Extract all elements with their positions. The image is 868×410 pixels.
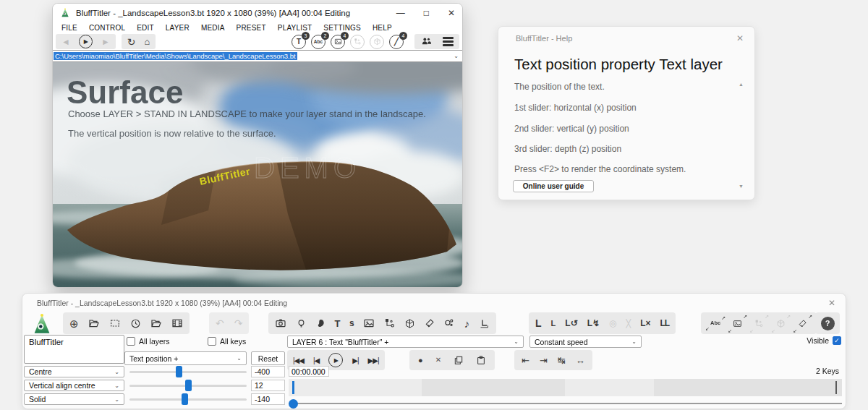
- audio-layer-icon[interactable]: ♪: [464, 318, 470, 329]
- scroll-down-icon[interactable]: ▼: [737, 184, 745, 189]
- menu-preset[interactable]: PRESET: [231, 24, 272, 32]
- timeline-knob[interactable]: [289, 399, 298, 409]
- visible-checkbox[interactable]: ✓: [833, 336, 841, 345]
- visible-row[interactable]: Visible ✓: [807, 336, 841, 345]
- all-layers-row[interactable]: All layers: [127, 337, 170, 346]
- key-center-icon[interactable]: ↔: [576, 356, 585, 365]
- child-layer-icon[interactable]: L: [551, 320, 556, 328]
- panel-close-icon[interactable]: ✕: [828, 298, 835, 308]
- timeline-slider[interactable]: [289, 398, 842, 409]
- back-icon[interactable]: ◄: [61, 38, 70, 46]
- refresh-icon[interactable]: ↻: [127, 37, 136, 47]
- all-layers-checkbox[interactable]: [127, 337, 135, 346]
- model-layer-icon[interactable]: [404, 318, 415, 329]
- all-keys-row[interactable]: All keys: [208, 337, 246, 346]
- end-key-marker[interactable]: [835, 381, 838, 394]
- record-key-icon[interactable]: ●: [418, 356, 423, 364]
- export-video-icon[interactable]: [171, 317, 183, 329]
- clone-layer-icon[interactable]: LL: [660, 319, 670, 328]
- y-position-value[interactable]: 12: [251, 380, 285, 391]
- z-position-slider[interactable]: [129, 393, 247, 405]
- online-user-guide-button[interactable]: Online user guide: [513, 180, 594, 192]
- paragraph-layers-icon[interactable]: Abc 2: [311, 35, 326, 49]
- slider-handle[interactable]: [185, 380, 192, 391]
- attach-picture-icon[interactable]: ↗↙: [730, 317, 745, 330]
- paste-icon[interactable]: [476, 355, 486, 365]
- layer-rotate-icon[interactable]: L↺: [565, 319, 577, 328]
- address-bar[interactable]: C:\Users\miaomiao\BluffTitler\Media\Show…: [53, 50, 462, 62]
- light-layer-icon[interactable]: [296, 318, 307, 329]
- menu-playlist[interactable]: PLAYLIST: [272, 24, 318, 32]
- maximize-button[interactable]: □: [424, 8, 429, 18]
- x-position-dropdown[interactable]: Centre ⌄: [24, 366, 124, 377]
- property-dropdown[interactable]: Text position + ⌄: [124, 351, 247, 365]
- text-layers-icon[interactable]: T 3: [292, 35, 306, 49]
- render-preview[interactable]: BluffTitler DEMO Surface Choose LAYER > …: [53, 62, 462, 288]
- sketch-layer-icon[interactable]: [425, 318, 435, 328]
- play-button[interactable]: ▶: [79, 35, 93, 48]
- next-key-icon[interactable]: ▶|: [352, 356, 358, 364]
- time-cursor[interactable]: [292, 381, 294, 394]
- sketch-layers-icon[interactable]: ╱ 4: [389, 35, 404, 49]
- menu-edit[interactable]: EDIT: [131, 24, 160, 32]
- hamburger-menu-icon[interactable]: [443, 37, 454, 46]
- slider-handle[interactable]: [182, 393, 188, 405]
- plasma-layer-icon[interactable]: [384, 317, 396, 329]
- previous-key-icon[interactable]: |◀: [313, 356, 319, 364]
- layer-dropdown[interactable]: LAYER 6 : Text "BluffTitler" + ⌄: [287, 336, 524, 348]
- copy-icon[interactable]: [454, 355, 464, 365]
- colour-layer-icon[interactable]: [315, 318, 326, 328]
- particle-layer-icon[interactable]: [443, 317, 455, 329]
- key-stretch-icon[interactable]: ↹: [558, 356, 566, 365]
- help-scrollbar[interactable]: ▲ ▼: [737, 82, 745, 189]
- play-button[interactable]: ▶: [328, 353, 343, 367]
- menu-control[interactable]: CONTROL: [83, 24, 131, 32]
- attach-sketch-icon[interactable]: ↗↙: [795, 317, 810, 330]
- z-position-dropdown[interactable]: Solid ⌄: [24, 393, 124, 405]
- picture-layers-icon[interactable]: 4: [331, 35, 345, 49]
- y-position-dropdown[interactable]: Vertical align centre ⌄: [24, 380, 124, 391]
- timecode-field[interactable]: 00:00.000: [289, 366, 329, 377]
- help-close-icon[interactable]: ✕: [736, 33, 744, 43]
- menu-layer[interactable]: LAYER: [160, 24, 195, 32]
- speed-dropdown[interactable]: Constant speed ⌄: [529, 336, 642, 348]
- paragraph-layer-icon[interactable]: s: [349, 319, 354, 328]
- menu-media[interactable]: MEDIA: [195, 24, 231, 32]
- key-to-end-icon[interactable]: ⇥: [540, 356, 548, 365]
- menu-help[interactable]: HELP: [367, 24, 398, 32]
- new-show-icon[interactable]: ⊕: [69, 318, 79, 329]
- layer-text-input[interactable]: BluffTitler: [24, 335, 124, 364]
- active-layer-icon[interactable]: L: [535, 318, 542, 328]
- help-button[interactable]: ?: [821, 317, 835, 330]
- reset-button[interactable]: Reset: [251, 351, 285, 365]
- show-duration-icon[interactable]: [130, 318, 141, 329]
- show-size-icon[interactable]: [109, 317, 121, 329]
- import-media-icon[interactable]: [150, 317, 162, 329]
- x-position-value[interactable]: -400: [251, 366, 285, 377]
- picture-layer-icon[interactable]: [363, 317, 375, 329]
- forward-icon[interactable]: ►: [101, 38, 110, 46]
- minimize-button[interactable]: —: [396, 8, 405, 18]
- text-layer-icon[interactable]: T: [335, 319, 341, 328]
- slider-handle[interactable]: [176, 366, 182, 377]
- x-position-slider[interactable]: [129, 366, 247, 377]
- community-icon[interactable]: [420, 35, 433, 48]
- delete-layer-icon[interactable]: L×: [640, 319, 650, 328]
- all-keys-checkbox[interactable]: [208, 337, 216, 346]
- open-show-icon[interactable]: [88, 317, 100, 329]
- skip-end-icon[interactable]: ▶▶|: [368, 356, 379, 364]
- close-button[interactable]: ✕: [448, 8, 455, 18]
- attach-text-icon[interactable]: Abc ↗↙: [707, 318, 723, 328]
- address-dropdown-icon[interactable]: ⌄: [454, 53, 459, 59]
- delete-key-icon[interactable]: ✕: [435, 356, 441, 364]
- stand-layer-icon[interactable]: [479, 318, 490, 329]
- key-to-start-icon[interactable]: ⇤: [522, 356, 529, 365]
- menu-settings[interactable]: SETTINGS: [318, 24, 367, 32]
- menu-file[interactable]: FILE: [56, 24, 83, 32]
- home-icon[interactable]: ⌂: [145, 37, 150, 46]
- skip-start-icon[interactable]: |◀◀: [293, 356, 304, 364]
- y-position-slider[interactable]: [129, 380, 247, 391]
- camera-layer-icon[interactable]: [275, 317, 286, 329]
- z-position-value[interactable]: -140: [251, 393, 285, 405]
- layer-animate-icon[interactable]: L↯: [587, 319, 600, 328]
